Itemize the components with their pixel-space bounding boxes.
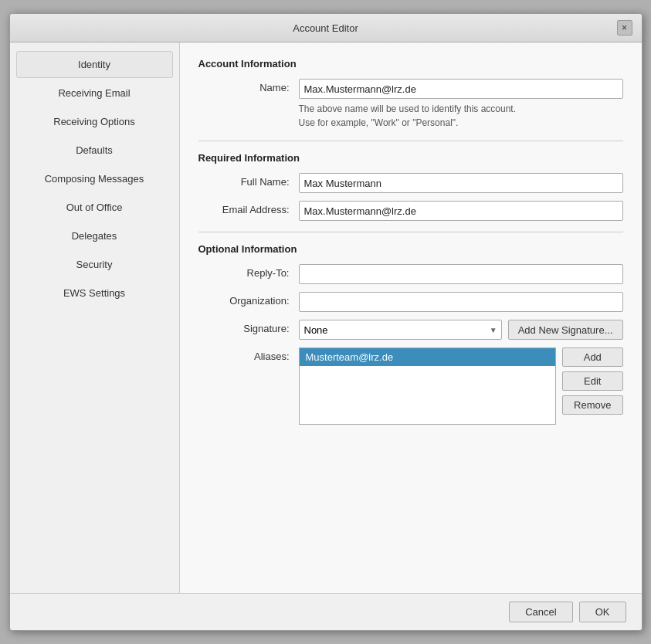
remove-alias-button[interactable]: Remove bbox=[562, 395, 622, 415]
email-address-input[interactable] bbox=[299, 201, 623, 221]
sidebar: Identity Receiving Email Receiving Optio… bbox=[10, 42, 180, 593]
list-item[interactable]: Musterteam@lrz.de bbox=[300, 348, 556, 366]
name-input[interactable] bbox=[299, 79, 623, 99]
sidebar-item-receiving-email[interactable]: Receiving Email bbox=[16, 80, 173, 107]
signature-label: Signature: bbox=[198, 320, 299, 334]
sidebar-item-ews-settings[interactable]: EWS Settings bbox=[16, 280, 173, 307]
sidebar-item-defaults[interactable]: Defaults bbox=[16, 137, 173, 164]
sidebar-item-delegates[interactable]: Delegates bbox=[16, 222, 173, 249]
separator-2 bbox=[198, 232, 623, 232]
required-information-title: Required Information bbox=[198, 152, 623, 164]
aliases-label: Aliases: bbox=[198, 347, 299, 362]
aliases-row: Aliases: Musterteam@lrz.de Add Edit Remo… bbox=[198, 347, 623, 425]
sidebar-item-out-of-office[interactable]: Out of Office bbox=[16, 194, 173, 221]
sidebar-item-receiving-options[interactable]: Receiving Options bbox=[16, 108, 173, 135]
organization-input[interactable] bbox=[299, 292, 623, 312]
separator-1 bbox=[198, 141, 623, 141]
reply-to-input[interactable] bbox=[299, 264, 623, 284]
signature-controls: None ▼ Add New Signature... bbox=[299, 320, 623, 340]
email-address-row: Email Address: bbox=[198, 201, 623, 221]
reply-to-row: Reply-To: bbox=[198, 264, 623, 284]
add-signature-button[interactable]: Add New Signature... bbox=[508, 320, 623, 340]
close-button[interactable]: × bbox=[617, 20, 632, 36]
sidebar-item-security[interactable]: Security bbox=[16, 251, 173, 278]
full-name-field bbox=[299, 173, 623, 193]
signature-field: None ▼ Add New Signature... bbox=[299, 320, 623, 340]
name-field: The above name will be used to identify … bbox=[299, 79, 623, 130]
titlebar: Account Editor × bbox=[10, 14, 642, 42]
cancel-button[interactable]: Cancel bbox=[509, 602, 572, 622]
aliases-list: Musterteam@lrz.de bbox=[299, 347, 557, 425]
add-alias-button[interactable]: Add bbox=[562, 347, 622, 367]
dialog-footer: Cancel OK bbox=[10, 593, 642, 630]
name-label: Name: bbox=[198, 79, 299, 93]
organization-label: Organization: bbox=[198, 292, 299, 307]
sidebar-item-composing-messages[interactable]: Composing Messages bbox=[16, 165, 173, 192]
organization-row: Organization: bbox=[198, 292, 623, 312]
email-address-field bbox=[299, 201, 623, 221]
full-name-row: Full Name: bbox=[198, 173, 623, 193]
dialog-title: Account Editor bbox=[35, 22, 617, 34]
signature-row: Signature: None ▼ Add New Signature... bbox=[198, 320, 623, 340]
account-editor-dialog: Account Editor × Identity Receiving Emai… bbox=[9, 13, 643, 631]
signature-select-wrapper: None ▼ bbox=[299, 320, 502, 340]
dialog-body: Identity Receiving Email Receiving Optio… bbox=[10, 42, 642, 593]
email-address-label: Email Address: bbox=[198, 201, 299, 215]
name-hint: The above name will be used to identify … bbox=[299, 102, 623, 130]
signature-select[interactable]: None bbox=[299, 320, 502, 340]
account-information-title: Account Information bbox=[198, 58, 623, 69]
edit-alias-button[interactable]: Edit bbox=[562, 371, 622, 391]
optional-information-title: Optional Information bbox=[198, 243, 623, 255]
aliases-buttons: Add Edit Remove bbox=[562, 347, 622, 415]
full-name-label: Full Name: bbox=[198, 173, 299, 188]
organization-field bbox=[299, 292, 623, 312]
reply-to-label: Reply-To: bbox=[198, 264, 299, 279]
reply-to-field bbox=[299, 264, 623, 284]
name-row: Name: The above name will be used to ide… bbox=[198, 79, 623, 130]
full-name-input[interactable] bbox=[299, 173, 623, 193]
ok-button[interactable]: OK bbox=[579, 602, 626, 622]
sidebar-item-identity[interactable]: Identity bbox=[16, 51, 173, 78]
aliases-list-container: Musterteam@lrz.de bbox=[299, 347, 557, 425]
main-content: Account Information Name: The above name… bbox=[180, 42, 642, 593]
